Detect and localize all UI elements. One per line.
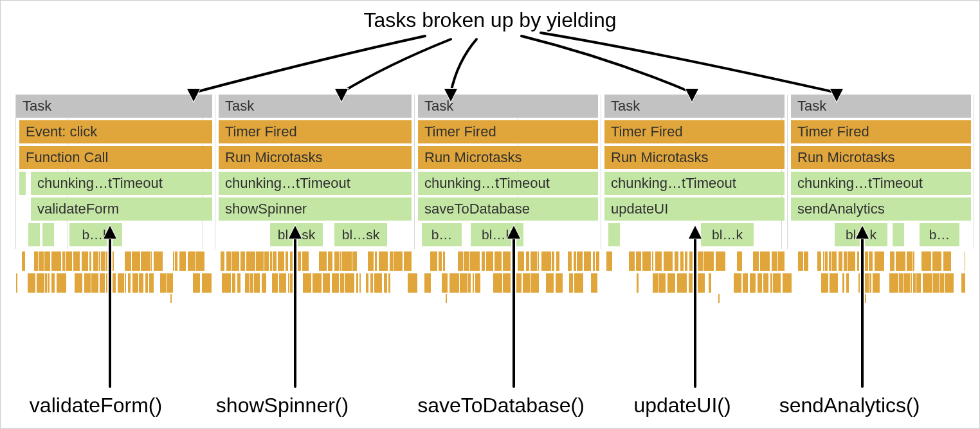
bottom-labels: validateForm()showSpinner()saveToDatabas… [1, 394, 979, 419]
svg-marker-9 [856, 226, 869, 239]
function-label: showSpinner() [216, 394, 349, 417]
function-label: sendAnalytics() [779, 394, 920, 417]
function-label: validateForm() [30, 394, 162, 417]
arrow-up-icon [1, 1, 980, 429]
function-label: updateUI() [633, 394, 730, 417]
function-label: saveToDatabase() [417, 394, 585, 417]
